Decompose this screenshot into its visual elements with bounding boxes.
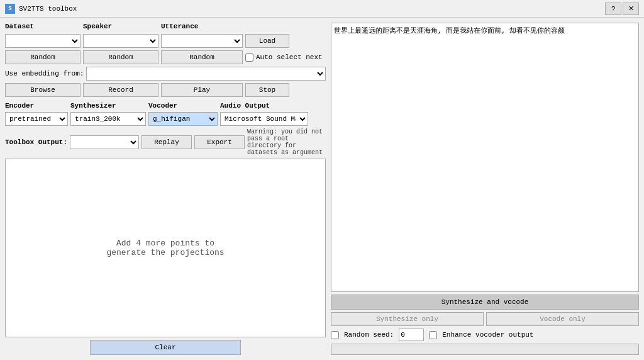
utterance-select[interactable] xyxy=(161,34,243,48)
browse-button[interactable]: Browse xyxy=(5,83,80,97)
speaker-header: Speaker xyxy=(83,23,158,30)
dataset-select[interactable] xyxy=(5,34,80,48)
random-seed-checkbox[interactable] xyxy=(331,331,339,339)
toolbox-output-label: Toolbox Output: xyxy=(5,138,67,146)
embedding-select[interactable] xyxy=(86,67,326,81)
load-button[interactable]: Load xyxy=(245,34,289,48)
auto-select-checkbox[interactable] xyxy=(245,53,253,62)
auto-select-row: Auto select next xyxy=(245,53,323,62)
export-button[interactable]: Export xyxy=(194,135,245,149)
vocoder-select[interactable]: g_hifigan xyxy=(148,112,218,126)
enhance-vocoder-checkbox[interactable] xyxy=(429,331,437,339)
progress-bar xyxy=(331,344,639,355)
window-title: SV2TTS toolbox xyxy=(19,5,605,13)
random-seed-label: Random seed: xyxy=(344,331,394,339)
projection-message: Add 4 more points togenerate the project… xyxy=(106,239,224,257)
embedding-label: Use embedding from: xyxy=(5,70,84,77)
title-bar: S SV2TTS toolbox ? ✕ xyxy=(0,0,644,18)
dropdowns-row: Load xyxy=(5,34,326,48)
seed-input[interactable] xyxy=(399,329,424,341)
synth-options-row: Synthesize only Vocode only xyxy=(331,312,639,326)
encoder-header: Encoder xyxy=(5,102,68,110)
main-content: Dataset Speaker Utterance Load Random Ra… xyxy=(0,18,644,360)
enhance-label: Enhance vocoder output xyxy=(442,331,533,339)
toolbox-row: Toolbox Output: Replay Export Warning: y… xyxy=(5,128,326,156)
stop-button[interactable]: Stop xyxy=(245,83,289,97)
speaker-select[interactable] xyxy=(83,34,158,48)
playback-row: Browse Record Play Stop xyxy=(5,83,326,97)
close-button[interactable]: ✕ xyxy=(623,3,639,15)
replay-button[interactable]: Replay xyxy=(142,135,192,149)
audio-output-select[interactable]: Microsoft Sound Map xyxy=(220,112,308,126)
synthesizer-header: Synthesizer xyxy=(70,102,146,110)
warning-text: Warning: you did not pass a root directo… xyxy=(247,128,326,156)
random-utterance-button[interactable]: Random xyxy=(161,50,243,64)
vocode-only-button[interactable]: Vocode only xyxy=(486,312,639,326)
projection-area: Add 4 more points togenerate the project… xyxy=(5,159,326,337)
random-row: Random Random Random Auto select next xyxy=(5,50,326,64)
play-button[interactable]: Play xyxy=(161,83,243,97)
random-speaker-button[interactable]: Random xyxy=(83,50,158,64)
random-dataset-button[interactable]: Random xyxy=(5,50,80,64)
left-panel: Dataset Speaker Utterance Load Random Ra… xyxy=(5,23,326,355)
toolbox-select[interactable] xyxy=(70,135,139,149)
column-headers: Dataset Speaker Utterance xyxy=(5,23,326,30)
encoder-dropdowns: pretrained train3_200k g_hifigan Microso… xyxy=(5,112,326,126)
auto-select-label: Auto select next xyxy=(256,53,323,61)
audio-output-header: Audio Output xyxy=(220,102,308,110)
window-controls: ? ✕ xyxy=(605,3,639,15)
clear-button[interactable]: Clear xyxy=(90,340,241,355)
synthesize-only-button[interactable]: Synthesize only xyxy=(331,312,484,326)
help-button[interactable]: ? xyxy=(605,3,621,15)
encoder-section: Encoder Synthesizer Vocoder Audio Output… xyxy=(5,102,326,126)
right-panel: Synthesize and vocode Synthesize only Vo… xyxy=(331,23,639,355)
record-button[interactable]: Record xyxy=(83,83,158,97)
encoder-headers: Encoder Synthesizer Vocoder Audio Output xyxy=(5,102,326,110)
dataset-header: Dataset xyxy=(5,23,80,30)
app-icon: S xyxy=(5,4,15,14)
text-input[interactable] xyxy=(331,23,639,292)
seed-row: Random seed: Enhance vocoder output xyxy=(331,329,639,341)
encoder-select[interactable]: pretrained xyxy=(5,112,68,126)
synthesizer-select[interactable]: train3_200k xyxy=(70,112,146,126)
utterance-header: Utterance xyxy=(161,23,243,30)
vocoder-header: Vocoder xyxy=(148,102,218,110)
synthesize-vocode-button[interactable]: Synthesize and vocode xyxy=(331,295,639,310)
embedding-row: Use embedding from: xyxy=(5,67,326,81)
